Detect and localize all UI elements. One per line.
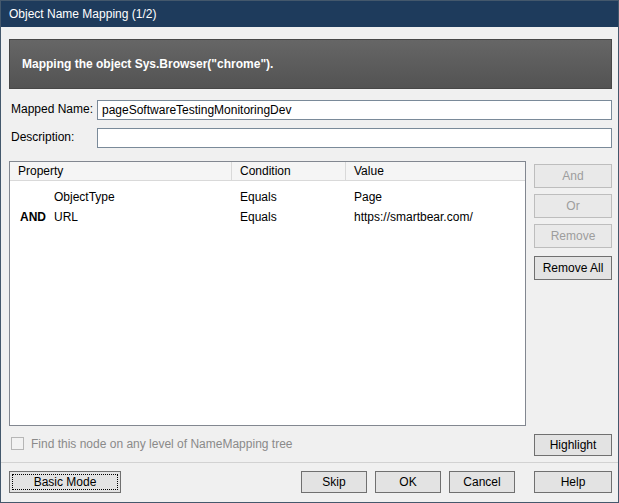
remove-button: Remove: [534, 224, 612, 248]
description-input[interactable]: [97, 128, 612, 148]
mapped-name-input[interactable]: [97, 100, 612, 120]
property-table-header: Property Condition Value: [10, 162, 525, 181]
row-condition: Equals: [232, 210, 346, 224]
and-button: And: [534, 164, 612, 188]
highlight-button[interactable]: Highlight: [534, 434, 612, 456]
column-header-condition: Condition: [232, 162, 346, 180]
find-node-checkbox: [11, 437, 24, 450]
column-header-value: Value: [346, 162, 525, 180]
remove-all-button[interactable]: Remove All: [534, 256, 612, 280]
object-name-mapping-dialog: Object Name Mapping (1/2) Mapping the ob…: [0, 0, 619, 503]
cancel-button[interactable]: Cancel: [449, 471, 515, 493]
skip-button[interactable]: Skip: [301, 471, 367, 493]
window-title: Object Name Mapping (1/2): [9, 7, 156, 21]
description-label: Description:: [11, 130, 74, 144]
title-bar: Object Name Mapping (1/2): [1, 1, 619, 27]
row-condition: Equals: [232, 190, 346, 204]
basic-mode-button[interactable]: Basic Mode: [9, 471, 121, 493]
table-row[interactable]: AND URL Equals https://smartbear.com/: [10, 207, 525, 227]
mapping-header-text: Mapping the object Sys.Browser("chrome")…: [22, 57, 273, 71]
mapped-name-label: Mapped Name:: [11, 102, 93, 116]
row-value: https://smartbear.com/: [346, 210, 525, 224]
ok-button[interactable]: OK: [375, 471, 441, 493]
help-button[interactable]: Help: [534, 471, 612, 493]
find-node-label: Find this node on any level of NameMappi…: [31, 437, 293, 451]
row-logic-operator: AND: [10, 210, 54, 224]
property-table: Property Condition Value ObjectType Equa…: [9, 161, 526, 426]
property-table-body: ObjectType Equals Page AND URL Equals ht…: [10, 181, 525, 227]
table-row[interactable]: ObjectType Equals Page: [10, 187, 525, 207]
or-button: Or: [534, 194, 612, 218]
row-value: Page: [346, 190, 525, 204]
row-property-name: ObjectType: [54, 190, 115, 204]
row-property-name: URL: [54, 210, 78, 224]
column-header-property: Property: [10, 162, 232, 180]
bottom-divider: [1, 462, 619, 463]
mapping-header-band: Mapping the object Sys.Browser("chrome")…: [9, 39, 612, 89]
